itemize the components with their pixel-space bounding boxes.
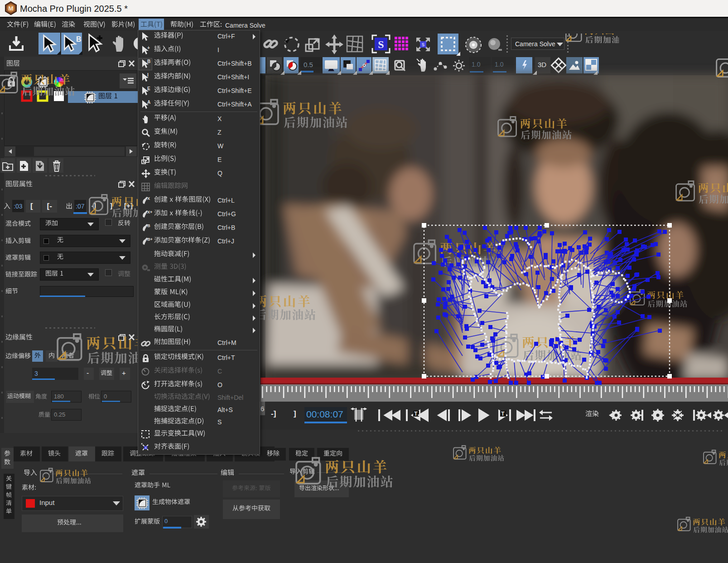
svg-text:s: s	[145, 446, 147, 449]
